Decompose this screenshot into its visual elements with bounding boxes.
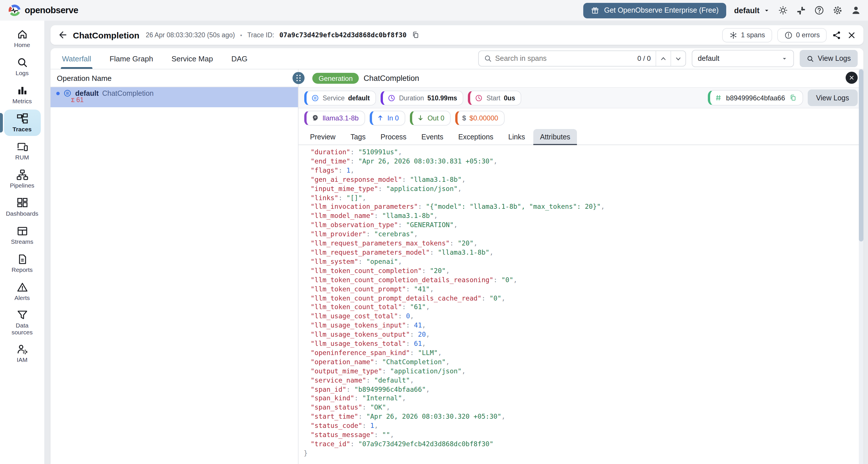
theme-icon[interactable] bbox=[778, 5, 788, 15]
json-attribute-line: "span_kind": "Internal", bbox=[304, 394, 856, 403]
account-icon[interactable] bbox=[851, 5, 861, 15]
span-detail-tab[interactable]: Links bbox=[501, 129, 532, 144]
arrow-up-icon bbox=[376, 114, 384, 122]
trace-id-value: 07a9c73d429efcb42d3d868dc0bf8f30 bbox=[279, 31, 406, 39]
json-attribute-line: "llm_usage_tokens_total": 61, bbox=[304, 339, 856, 349]
scrollbar-track[interactable] bbox=[859, 69, 863, 464]
json-attribute-line: "operation_name": "ChatCompletion", bbox=[304, 358, 856, 367]
sidebar-item[interactable]: RUM bbox=[4, 138, 40, 164]
trace-split-view: Operation Name default ChatCompletion Σ … bbox=[51, 69, 863, 464]
service-badge: Service default bbox=[304, 90, 376, 105]
copy-trace-id-button[interactable] bbox=[412, 31, 420, 39]
sidebar-item[interactable]: Reports bbox=[4, 250, 40, 276]
openobserve-logo-icon bbox=[8, 4, 21, 17]
share-button[interactable] bbox=[832, 30, 842, 40]
sidebar-item-icon bbox=[17, 281, 28, 293]
span-view-logs-button[interactable]: View Logs bbox=[807, 90, 858, 106]
span-token-count: Σ 61 bbox=[56, 96, 293, 103]
sidebar-item-label: Dashboards bbox=[6, 210, 38, 217]
search-next-button[interactable] bbox=[670, 51, 685, 66]
slack-icon[interactable] bbox=[796, 5, 806, 15]
sidebar-item-icon bbox=[17, 169, 28, 180]
view-logs-button[interactable]: View Logs bbox=[799, 50, 858, 67]
close-span-detail-button[interactable] bbox=[846, 72, 858, 84]
sidebar-item[interactable]: Streams bbox=[4, 222, 40, 248]
sidebar-item[interactable]: Dashboards bbox=[4, 194, 40, 220]
view-tabs-controls: 0 / 0 default View Logs bbox=[478, 48, 858, 69]
help-icon[interactable] bbox=[814, 5, 825, 15]
chevron-down-icon bbox=[674, 55, 682, 62]
span-detail-tab[interactable]: Exceptions bbox=[452, 129, 500, 144]
span-detail-tab[interactable]: Process bbox=[374, 129, 413, 144]
sidebar-item[interactable]: Home bbox=[4, 25, 40, 52]
service-value: default bbox=[348, 94, 370, 101]
json-attribute-line: "llm_token_count_total": "61", bbox=[304, 303, 856, 312]
model-value: llama3.1-8b bbox=[322, 114, 359, 122]
close-trace-button[interactable] bbox=[847, 30, 857, 40]
clock-icon bbox=[475, 94, 483, 102]
search-icon bbox=[484, 55, 492, 63]
span-detail-tab[interactable]: Tags bbox=[344, 129, 373, 144]
sidebar-item-icon bbox=[17, 225, 28, 237]
error-icon bbox=[784, 31, 793, 39]
json-closing-brace: } bbox=[304, 449, 856, 458]
search-icon bbox=[806, 55, 814, 62]
json-attribute-line: "llm_invocation_parameters": "{"model": … bbox=[304, 203, 856, 212]
sidebar-item[interactable]: Metrics bbox=[4, 81, 40, 108]
tokens-out-value: Out 0 bbox=[427, 114, 444, 122]
main-content: ChatCompletion 26 Apr 08:03:30:320 (50s … bbox=[45, 21, 868, 464]
span-detail-pane: Generation ChatCompletion Service defaul… bbox=[299, 69, 863, 464]
sidebar-item[interactable]: IAM bbox=[4, 340, 40, 367]
chevron-up-icon bbox=[659, 55, 667, 62]
span-status-dot bbox=[56, 92, 60, 95]
search-prev-button[interactable] bbox=[655, 51, 670, 66]
separator-dot: • bbox=[240, 32, 242, 38]
sidebar-item[interactable]: Data sources bbox=[4, 306, 40, 339]
view-tab[interactable]: DAG bbox=[230, 48, 249, 69]
view-tabs: Waterfall Flame Graph Service Map DAG bbox=[61, 48, 249, 69]
sidebar-item[interactable]: Traces bbox=[4, 109, 40, 136]
json-attribute-line: "status_message": "", bbox=[304, 431, 856, 440]
errors-count: 0 errors bbox=[796, 31, 820, 39]
json-attribute-line: "gen_ai_response_model": "llama3.1-8b", bbox=[304, 175, 856, 185]
sigma-icon: Σ bbox=[71, 97, 74, 103]
duration-value: 510.99ms bbox=[427, 94, 457, 101]
scrollbar-thumb[interactable] bbox=[859, 69, 863, 241]
sidebar-item-label: Pipelines bbox=[10, 182, 34, 189]
spans-icon bbox=[729, 31, 737, 39]
span-detail-tab[interactable]: Preview bbox=[303, 129, 342, 144]
span-kind-badge: Generation bbox=[312, 73, 359, 84]
drag-handle-icon[interactable] bbox=[292, 72, 305, 84]
sidebar-item[interactable]: Logs bbox=[4, 53, 40, 80]
span-search-input[interactable] bbox=[492, 55, 632, 63]
settings-icon[interactable] bbox=[832, 5, 843, 15]
org-selector[interactable]: default bbox=[734, 6, 770, 14]
stream-selector[interactable]: default bbox=[691, 50, 794, 67]
brand-logo[interactable]: openobserve bbox=[8, 4, 78, 17]
sidebar-item-label: Streams bbox=[11, 238, 33, 245]
span-detail-tab[interactable]: Events bbox=[414, 129, 450, 144]
org-selector-value: default bbox=[734, 6, 760, 14]
attributes-json[interactable]: "duration": "510991us","end_time": "Apr … bbox=[299, 145, 863, 464]
cost-value: $0.00000 bbox=[470, 114, 498, 122]
span-row-selected[interactable]: default ChatCompletion Σ 61 bbox=[51, 87, 298, 107]
copy-span-id-button[interactable] bbox=[789, 94, 797, 101]
span-detail-title: ChatCompletion bbox=[364, 74, 420, 82]
view-tab[interactable]: Waterfall bbox=[61, 48, 92, 69]
sidebar-item-icon bbox=[17, 253, 28, 265]
trace-header: ChatCompletion 26 Apr 08:03:30:320 (50s … bbox=[51, 25, 863, 45]
span-detail-tab[interactable]: Attributes bbox=[533, 129, 577, 144]
back-button[interactable] bbox=[57, 30, 68, 40]
sidebar-item[interactable]: Alerts bbox=[4, 278, 40, 304]
arrow-left-icon bbox=[57, 30, 68, 40]
enterprise-button[interactable]: Get OpenObserve Enterprise (Free) bbox=[584, 3, 726, 18]
trace-timestamp: 26 Apr 08:03:30:320 (50s ago) bbox=[146, 32, 235, 38]
view-tab[interactable]: Service Map bbox=[170, 48, 214, 69]
stream-selector-value: default bbox=[698, 55, 719, 63]
sidebar-item[interactable]: Pipelines bbox=[4, 166, 40, 192]
json-attribute-line: "llm_system": "openai", bbox=[304, 258, 856, 267]
token-total-value: 61 bbox=[76, 96, 84, 103]
openobserve-app: openobserve Get OpenObserve Enterprise (… bbox=[0, 0, 868, 464]
view-tab[interactable]: Flame Graph bbox=[108, 48, 154, 69]
trace-id-label: Trace ID: bbox=[247, 32, 274, 38]
